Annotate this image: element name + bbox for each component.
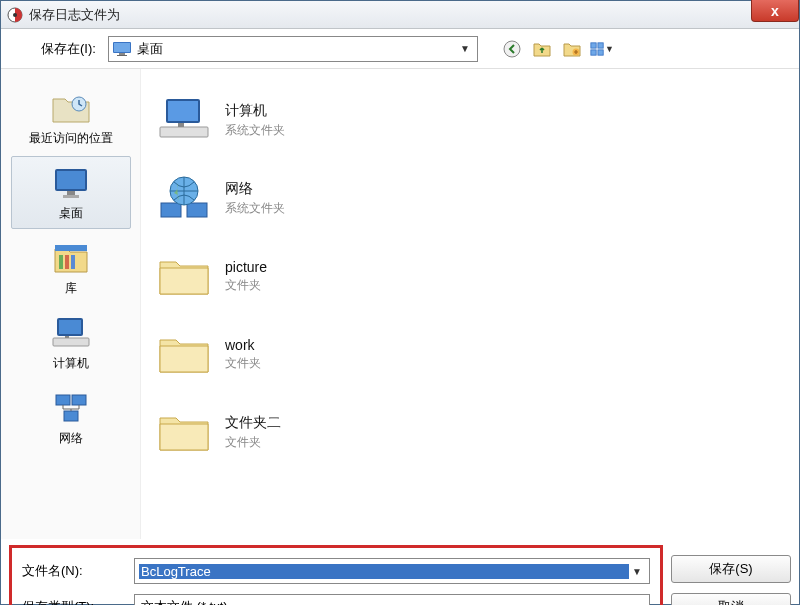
filetype-value: 文本文件 (*.txt) [139,598,629,605]
filetype-dropdown[interactable]: 文本文件 (*.txt) ▼ [134,594,650,605]
chevron-down-icon[interactable]: ▼ [629,566,645,577]
file-text: 网络 系统文件夹 [225,180,285,217]
svg-rect-18 [59,255,63,269]
computer-icon [51,315,91,351]
svg-rect-33 [187,203,207,217]
svg-rect-16 [63,195,79,198]
file-sub: 文件夹 [225,355,261,372]
folder-icon [155,328,213,380]
file-item-work[interactable]: work 文件夹 [149,315,791,393]
file-item-picture[interactable]: picture 文件夹 [149,237,791,315]
network-globe-icon [155,172,213,224]
svg-rect-24 [65,336,69,338]
network-icon [51,390,91,426]
chevron-down-icon: ▼ [605,44,614,54]
library-icon [51,240,91,276]
svg-rect-27 [64,411,78,421]
folder-icon [155,250,213,302]
recent-icon [51,90,91,126]
filename-input[interactable]: BcLogTrace ▼ [134,558,650,584]
svg-point-6 [504,41,520,57]
chevron-down-icon: ▼ [457,37,473,61]
titlebar-text: 保存日志文件为 [29,6,120,24]
svg-rect-9 [598,42,603,47]
svg-rect-22 [59,320,81,334]
file-name: work [225,337,261,353]
sidebar-item-recent[interactable]: 最近访问的位置 [11,81,131,154]
filetype-row: 保存类型(T): 文本文件 (*.txt) ▼ [22,594,650,605]
views-icon[interactable]: ▼ [590,37,614,61]
cancel-button[interactable]: 取消 [671,593,791,605]
svg-rect-3 [114,43,130,52]
sidebar-item-desktop[interactable]: 桌面 [11,156,131,229]
file-sub: 系统文件夹 [225,122,285,139]
file-name: picture [225,259,267,275]
file-text: picture 文件夹 [225,259,267,294]
file-item-network[interactable]: 网络 系统文件夹 [149,159,791,237]
sidebar-item-label: 最近访问的位置 [29,130,113,147]
filename-value: BcLogTrace [139,564,629,579]
sidebar-item-library[interactable]: 库 [11,231,131,304]
folder-icon [155,406,213,458]
computer-icon [155,94,213,146]
monitor-icon [113,42,131,56]
sidebar-item-label: 网络 [59,430,83,447]
bottom-area: 文件名(N): BcLogTrace ▼ 保存类型(T): 文本文件 (*.tx… [1,539,799,605]
filename-row: 文件名(N): BcLogTrace ▼ [22,558,650,584]
file-item-computer[interactable]: 计算机 系统文件夹 [149,81,791,159]
back-icon[interactable] [500,37,524,61]
svg-point-1 [13,13,17,17]
titlebar: 保存日志文件为 x [1,1,799,29]
toolbar: 保存在(I): 桌面 ▼ ▼ [1,29,799,69]
svg-rect-26 [72,395,86,405]
sidebar-item-computer[interactable]: 计算机 [11,306,131,379]
svg-rect-30 [160,127,208,137]
svg-rect-31 [178,123,184,127]
app-icon [7,7,23,23]
svg-rect-17 [55,245,87,251]
file-sub: 文件夹 [225,277,267,294]
new-folder-icon[interactable] [560,37,584,61]
svg-rect-14 [57,171,85,189]
svg-rect-4 [119,53,125,55]
file-text: 计算机 系统文件夹 [225,102,285,139]
svg-rect-32 [161,203,181,217]
file-sub: 系统文件夹 [225,200,285,217]
svg-rect-19 [65,255,69,269]
file-name: 计算机 [225,102,285,120]
lookin-label: 保存在(I): [41,40,96,58]
body-area: 最近访问的位置 桌面 库 计算机 [1,69,799,539]
sidebar-item-label: 计算机 [53,355,89,372]
svg-rect-10 [591,49,596,54]
inputs-highlight: 文件名(N): BcLogTrace ▼ 保存类型(T): 文本文件 (*.tx… [9,545,663,605]
save-dialog: 保存日志文件为 x 保存在(I): 桌面 ▼ ▼ [0,0,800,605]
file-text: 文件夹二 文件夹 [225,414,281,451]
file-text: work 文件夹 [225,337,261,372]
filetype-label: 保存类型(T): [22,598,122,605]
svg-rect-5 [117,55,127,56]
file-list[interactable]: 计算机 系统文件夹 网络 系统文件夹 picture [141,69,799,539]
file-item-folder2[interactable]: 文件夹二 文件夹 [149,393,791,471]
lookin-value: 桌面 [137,40,457,58]
svg-rect-20 [71,255,75,269]
up-folder-icon[interactable] [530,37,554,61]
sidebar-item-label: 桌面 [59,205,83,222]
svg-rect-25 [56,395,70,405]
toolbar-icons: ▼ [500,37,614,61]
svg-rect-11 [598,49,603,54]
lookin-dropdown[interactable]: 桌面 ▼ [108,36,478,62]
desktop-icon [51,165,91,201]
file-name: 文件夹二 [225,414,281,432]
svg-rect-23 [53,338,89,346]
filename-label: 文件名(N): [22,562,122,580]
places-sidebar: 最近访问的位置 桌面 库 计算机 [1,69,141,539]
svg-rect-8 [591,42,596,47]
chevron-down-icon[interactable]: ▼ [629,602,645,606]
svg-rect-15 [67,191,75,195]
file-sub: 文件夹 [225,434,281,451]
sidebar-item-network[interactable]: 网络 [11,381,131,454]
svg-rect-29 [168,101,198,121]
save-button[interactable]: 保存(S) [671,555,791,583]
close-button[interactable]: x [751,0,799,22]
sidebar-item-label: 库 [65,280,77,297]
